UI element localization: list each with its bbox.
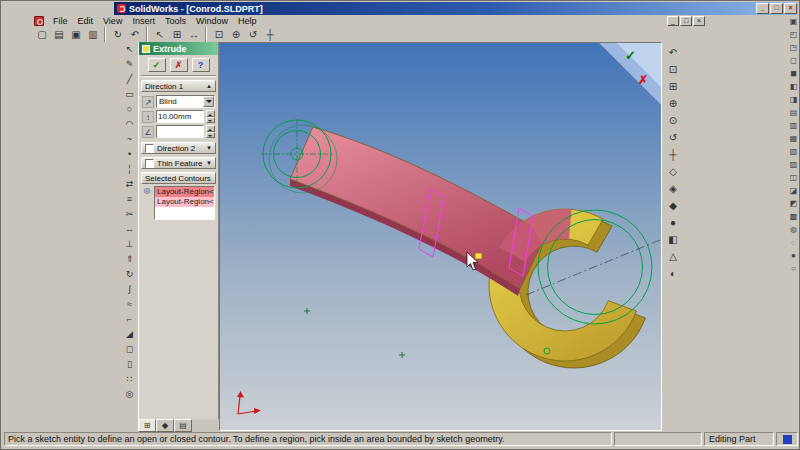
minimize-button[interactable]: _ [756,3,769,14]
close-button[interactable]: × [784,3,797,14]
docked-tool-icon[interactable]: ▧ [788,145,800,158]
combo-dropdown-button[interactable] [203,96,214,107]
save-icon[interactable]: ▣ [68,27,84,42]
shaded-icon[interactable]: ● [665,214,682,231]
rebuild-icon[interactable]: ↻ [110,27,126,42]
rotate-view-icon[interactable]: ↺ [665,129,682,146]
docked-tool-icon[interactable]: ◻ [788,54,800,67]
section-view-icon[interactable]: ◧ [665,231,682,248]
menu-view[interactable]: View [98,15,127,27]
trim-icon[interactable]: ✂ [122,207,137,222]
toolbar-separator[interactable] [102,27,109,42]
direction2-checkbox[interactable] [145,144,154,153]
selected-contours-list[interactable]: Layout-Region<1>Layout-Region<2> [154,186,215,220]
sweep-icon[interactable]: ∫ [122,282,137,297]
extrude-icon[interactable]: ⇑ [122,252,137,267]
part-document-icon[interactable] [34,16,44,26]
docked-tool-icon[interactable]: ▦ [788,132,800,145]
shell-icon[interactable]: ◻ [122,342,137,357]
print-icon[interactable]: ▥ [85,27,101,42]
cancel-button[interactable]: ✗ [170,58,188,72]
pattern-icon[interactable]: ∷ [122,372,137,387]
docked-tool-icon[interactable]: ● [788,249,800,262]
new-document-icon[interactable]: ▢ [34,27,50,42]
doc-close-button[interactable]: × [693,16,705,26]
sketch-grid-icon[interactable]: ⊞ [169,27,185,42]
depth-input[interactable] [157,112,203,121]
pan-icon[interactable]: ┼ [665,146,682,163]
docked-tool-icon[interactable]: ▩ [788,210,800,223]
menu-edit[interactable]: Edit [73,15,99,27]
perspective-icon[interactable]: △ [665,248,682,265]
zoom-area-icon[interactable]: ⊞ [665,78,682,95]
line-icon[interactable]: ╱ [122,72,137,87]
ok-button[interactable]: ✓ [148,58,166,72]
rotate-view-icon[interactable]: ↺ [245,27,261,42]
docked-tool-icon[interactable]: ◌ [788,236,800,249]
zoom-in-out-icon[interactable]: ⊕ [665,95,682,112]
docked-tool-icon[interactable]: ◨ [788,93,800,106]
doc-minimize-button[interactable]: _ [667,16,679,26]
docked-tool-icon[interactable]: ○ [788,262,800,275]
accept-icon[interactable]: ✓ [625,48,636,63]
contour-list-item[interactable]: Layout-Region<2> [155,197,214,207]
revolve-icon[interactable]: ↻ [122,267,137,282]
docked-tool-icon[interactable]: ▣ [788,15,800,28]
docked-tool-icon[interactable]: ▥ [788,119,800,132]
expand-arrow-icon[interactable]: ▼ [206,145,212,151]
depth-spinner[interactable] [206,110,215,123]
add-relation-icon[interactable]: ⊥ [122,237,137,252]
offset-icon[interactable]: ≡ [122,192,137,207]
zoom-area-icon[interactable]: ⊕ [228,27,244,42]
wireframe-icon[interactable]: ◇ [665,163,682,180]
menu-insert[interactable]: Insert [127,15,160,27]
arc-icon[interactable]: ◠ [122,117,137,132]
spline-icon[interactable]: ~ [122,132,137,147]
menu-help[interactable]: Help [233,15,262,27]
docked-tool-icon[interactable]: ◳ [788,41,800,54]
hole-icon[interactable]: ◎ [122,387,137,402]
chamfer-icon[interactable]: ◢ [122,327,137,342]
collapse-arrow-icon[interactable]: ▲ [206,83,212,89]
zoom-fit-icon[interactable]: ⊡ [211,27,227,42]
select-icon[interactable]: ↖ [122,42,137,57]
docked-tool-icon[interactable]: ◼ [788,67,800,80]
selected-contours-group-header[interactable]: Selected Contours [141,172,216,184]
mirror-icon[interactable]: ⇄ [122,177,137,192]
zoom-selection-icon[interactable]: ⊙ [665,112,682,129]
rectangle-icon[interactable]: ▭ [122,87,137,102]
draft-input[interactable] [157,127,203,136]
previous-view-icon[interactable]: ↶ [665,44,682,61]
loft-icon[interactable]: ≈ [122,297,137,312]
docked-tool-icon[interactable]: ◧ [788,80,800,93]
dimension-icon[interactable]: ↔ [186,27,202,42]
draft-spinner[interactable] [206,125,215,138]
thin-feature-group-header[interactable]: Thin Feature ▼ [141,157,216,169]
thin-feature-checkbox[interactable] [145,159,154,168]
dimension-icon[interactable]: ↔ [122,222,137,237]
rib-icon[interactable]: ▯ [122,357,137,372]
doc-restore-button[interactable]: □ [680,16,692,26]
menu-window[interactable]: Window [191,15,233,27]
titlebar-caption[interactable]: SolidWorks - [Conrod.SLDPRT] [114,2,798,15]
hidden-lines-visible-icon[interactable]: ◈ [665,180,682,197]
docked-tool-icon[interactable]: ◰ [788,28,800,41]
zoom-fit-icon[interactable]: ⊡ [665,61,682,78]
maximize-button[interactable]: □ [770,3,783,14]
help-button[interactable]: ? [192,58,210,72]
select-icon[interactable]: ↖ [152,27,168,42]
direction2-group-header[interactable]: Direction 2 ▼ [141,142,216,154]
open-icon[interactable]: ▤ [51,27,67,42]
pan-icon[interactable]: ┼ [262,27,278,42]
end-condition-combo[interactable]: Blind [156,95,215,108]
point-icon[interactable]: • [122,147,137,162]
docked-tool-icon[interactable]: ◍ [788,223,800,236]
contour-list-item[interactable]: Layout-Region<1> [155,187,214,197]
circle-icon[interactable]: ○ [122,102,137,117]
direction1-group-header[interactable]: Direction 1 ▲ [141,80,216,92]
curvature-icon[interactable]: ◐ [665,265,682,282]
docked-tool-icon[interactable]: ◪ [788,184,800,197]
docked-tool-icon[interactable]: ▤ [788,106,800,119]
docked-tool-icon[interactable]: ▨ [788,158,800,171]
hidden-lines-removed-icon[interactable]: ◆ [665,197,682,214]
